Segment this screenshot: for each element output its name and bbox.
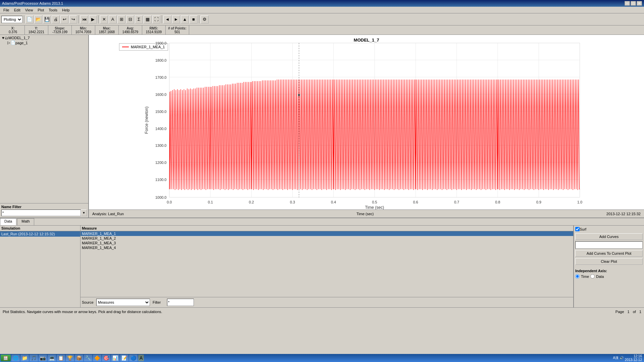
- new-btn[interactable]: 📄: [25, 15, 34, 23]
- text-btn[interactable]: A: [109, 15, 117, 23]
- status-bar: Plot Statistics. Navigate curves with mo…: [0, 307, 644, 315]
- bottom-panel: Data Math Simulation Last_Run (2013-12-1…: [0, 218, 644, 307]
- menu-help[interactable]: Help: [60, 7, 72, 13]
- add-curves-input[interactable]: [575, 241, 643, 249]
- stat-pts: # of Points: 501: [166, 25, 189, 35]
- clear-plot-button[interactable]: Clear Plot: [575, 258, 643, 265]
- print-btn[interactable]: 🖨: [52, 15, 60, 23]
- name-filter-input[interactable]: [1, 209, 81, 216]
- title-bar: Adams/PostProcessor Adams 2013.1 ─ □ ✕: [0, 0, 644, 7]
- nav-right[interactable]: ►: [172, 15, 180, 23]
- settings-btn[interactable]: ⚙: [201, 15, 209, 23]
- radio-time[interactable]: [575, 274, 580, 279]
- tab-data[interactable]: Data: [0, 218, 16, 225]
- taskbar-apps5[interactable]: 📊: [111, 355, 119, 361]
- menu-view[interactable]: View: [23, 7, 35, 13]
- measure-item-1[interactable]: MARKER_1_MEA_1: [80, 231, 573, 236]
- menu-edit[interactable]: Edit: [12, 7, 22, 13]
- left-panel: ▼ 🗂 MODEL_1_7 ▷ 📄 page_1 Name Filter ▼: [0, 35, 89, 218]
- stat-x: X: 0.376: [1, 25, 25, 35]
- filter-dropdown-btn[interactable]: ▼: [81, 209, 87, 216]
- taskbar-computer[interactable]: 💻: [48, 355, 56, 361]
- tree-section: ▼ 🗂 MODEL_1_7 ▷ 📄 page_1: [0, 35, 88, 203]
- measure-item-2[interactable]: MARKER_1_MEA_2: [80, 236, 573, 241]
- page-current: 1: [628, 310, 630, 314]
- taskbar-apps1[interactable]: 📦: [75, 355, 83, 361]
- chart-container[interactable]: MODEL_1_7 MARKER_1_MEA_1: [89, 35, 644, 209]
- svg-text:0.1: 0.1: [208, 200, 213, 204]
- taskbar-ie[interactable]: 🌐: [11, 355, 20, 361]
- tree-page[interactable]: ▷ 📄 page_1: [1, 40, 88, 45]
- menu-plot[interactable]: Plot: [36, 7, 46, 13]
- fit-btn[interactable]: ⊟: [126, 15, 134, 23]
- menu-file[interactable]: File: [1, 7, 11, 13]
- surf-checkbox[interactable]: [575, 227, 580, 231]
- maximize-button[interactable]: □: [631, 1, 636, 6]
- filter-label: Filter: [153, 300, 164, 304]
- svg-text:1200.0: 1200.0: [155, 161, 166, 165]
- ind-axis-section: Independent Axis: Time Data: [575, 269, 643, 279]
- open-btn[interactable]: 📂: [34, 15, 42, 23]
- nav-up[interactable]: ▲: [181, 15, 189, 23]
- menu-tools[interactable]: Tools: [47, 7, 59, 13]
- simulation-header: Simulation: [0, 226, 80, 231]
- radio-data[interactable]: [590, 274, 595, 279]
- sep1: [24, 15, 24, 23]
- svg-text:1700.0: 1700.0: [155, 75, 166, 79]
- mode-select[interactable]: Plotting: [1, 16, 22, 23]
- tree-model[interactable]: ▼ 🗂 MODEL_1_7: [1, 36, 88, 40]
- chart-svg: 1900.0 1800.0 1700.0 1600.0 1500.0 1400.…: [89, 35, 644, 209]
- taskbar-apps6[interactable]: 📝: [120, 355, 128, 361]
- taskbar-apps2[interactable]: 🔧: [84, 355, 92, 361]
- add-curves-current-button[interactable]: Add Curves To Current Plot: [575, 250, 643, 257]
- source-select[interactable]: Measures Results Requests: [96, 299, 150, 306]
- nav-left[interactable]: ◄: [163, 15, 171, 23]
- svg-text:0.7: 0.7: [454, 200, 459, 204]
- taskbar-game[interactable]: 🏆: [66, 355, 74, 361]
- filter-input[interactable]: [167, 299, 194, 306]
- ind-axis-label: Independent Axis:: [575, 269, 643, 273]
- fullscreen-btn[interactable]: ⛶: [152, 15, 160, 23]
- svg-text:Time (sec): Time (sec): [365, 205, 384, 209]
- redo-btn[interactable]: ↪: [69, 15, 77, 23]
- taskbar-apps3[interactable]: 🔶: [93, 355, 101, 361]
- add-curves-button[interactable]: Add Curves: [575, 233, 643, 240]
- taskbar-right: A漢 🔊 12:16 2013-12-12: [613, 354, 643, 362]
- cursor-btn[interactable]: ✕: [100, 15, 108, 23]
- sigma-btn[interactable]: Σ: [135, 15, 143, 23]
- sep2: [78, 15, 79, 23]
- save-btn[interactable]: 💾: [43, 15, 51, 23]
- time-option-label: Time: [581, 275, 589, 279]
- nav-stop[interactable]: ■: [190, 15, 198, 23]
- svg-text:1100.0: 1100.0: [155, 178, 166, 182]
- stat-min: Min: 1074.7059: [72, 25, 95, 35]
- stat-max: Max: 1857.1668: [95, 25, 119, 35]
- name-filter-label: Name Filter: [1, 205, 87, 209]
- grid-btn[interactable]: ▦: [144, 15, 152, 23]
- svg-text:1900.0: 1900.0: [155, 41, 166, 45]
- taskbar-folder[interactable]: 📁: [20, 355, 29, 361]
- close-button[interactable]: ✕: [637, 1, 642, 6]
- start-button[interactable]: 🪟: [1, 355, 11, 361]
- tab-math[interactable]: Math: [17, 218, 34, 225]
- bottom-content: Simulation Last_Run (2013-12-12 12:15:32…: [0, 226, 644, 307]
- title-text: Adams/PostProcessor Adams 2013.1: [2, 1, 63, 5]
- taskbar-notepad[interactable]: 📋: [57, 355, 65, 361]
- taskbar-apps4[interactable]: 🎯: [102, 355, 110, 361]
- minimize-button[interactable]: ─: [625, 1, 630, 6]
- zoom-btn[interactable]: ⊞: [117, 15, 125, 23]
- taskbar-adams[interactable]: A: [138, 355, 144, 361]
- measure-item-3[interactable]: MARKER_1_MEA_3: [80, 241, 573, 245]
- taskbar-apps7[interactable]: 🔵: [129, 355, 138, 361]
- undo-btn[interactable]: ↩: [60, 15, 68, 23]
- first-btn[interactable]: ⏮: [80, 15, 88, 23]
- svg-text:1300.0: 1300.0: [155, 143, 166, 147]
- sim-row[interactable]: Last_Run (2013-12-12 12:15:32): [0, 231, 80, 237]
- measure-item-4[interactable]: MARKER_1_MEA_4: [80, 245, 573, 250]
- svg-text:Force (newton): Force (newton): [144, 107, 149, 134]
- title-controls: ─ □ ✕: [625, 1, 642, 6]
- toolbar: Plotting 📄 📂 💾 🖨 ↩ ↪ ⏮ ▶ ✕ A ⊞ ⊟ Σ ▦ ⛶ ◄…: [0, 13, 644, 25]
- taskbar-photo[interactable]: 📷: [39, 355, 47, 361]
- taskbar-media[interactable]: 🎵: [30, 355, 38, 361]
- play-btn[interactable]: ▶: [89, 15, 97, 23]
